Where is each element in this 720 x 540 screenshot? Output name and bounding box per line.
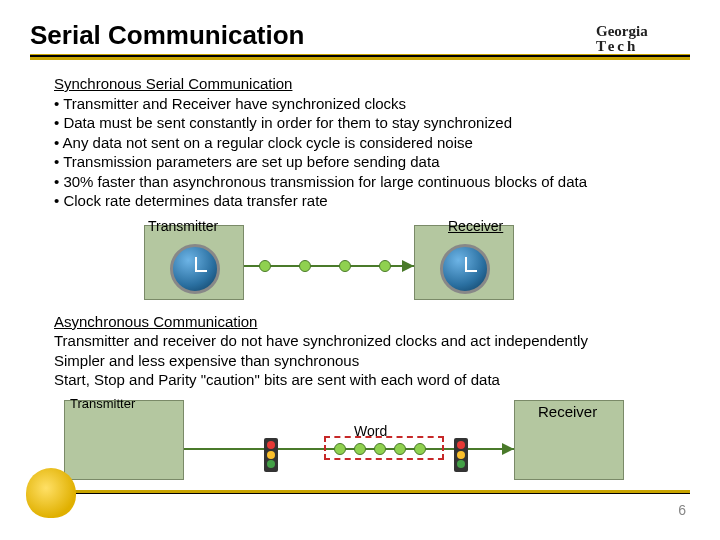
sync-heading: Synchronous Serial Communication <box>54 74 680 94</box>
data-dot-icon <box>394 443 406 455</box>
logo-line2: Tech <box>596 38 638 54</box>
data-dot-icon <box>299 260 311 272</box>
arrow-right-icon <box>502 443 514 455</box>
async-receiver-label: Receiver <box>538 402 597 422</box>
async-transmitter-label: Transmitter <box>70 396 135 413</box>
sync-bullet-list: Transmitter and Receiver have synchroniz… <box>54 94 680 211</box>
sync-bullet: Transmission parameters are set up befor… <box>54 152 680 172</box>
data-dot-icon <box>334 443 346 455</box>
data-dot-icon <box>379 260 391 272</box>
georgia-tech-logo: Georgia Tech <box>596 24 684 50</box>
footer-rule <box>30 490 690 494</box>
traffic-light-icon <box>264 438 278 472</box>
mascot-icon <box>26 468 76 518</box>
arrow-right-icon <box>402 260 414 272</box>
clock-icon <box>170 244 220 294</box>
async-line: Transmitter and receiver do not have syn… <box>54 331 680 351</box>
data-dot-icon <box>414 443 426 455</box>
async-line: Start, Stop and Parity "caution" bits ar… <box>54 370 680 390</box>
async-line: Simpler and less expensive than synchron… <box>54 351 680 371</box>
logo-line1: Georgia <box>596 23 648 39</box>
async-wire <box>184 448 514 450</box>
sync-transmitter-box <box>144 225 244 300</box>
sync-bullet: Transmitter and Receiver have synchroniz… <box>54 94 680 114</box>
async-heading: Asynchronous Communication <box>54 312 680 332</box>
page-number: 6 <box>678 502 686 518</box>
clock-icon <box>440 244 490 294</box>
data-dot-icon <box>339 260 351 272</box>
sync-diagram: Transmitter Receiver <box>104 217 680 302</box>
data-dot-icon <box>259 260 271 272</box>
sync-bullet: Any data not sent on a regular clock cyc… <box>54 133 680 153</box>
sync-bullet: 30% faster than asynchronous transmissio… <box>54 172 680 192</box>
async-text: Transmitter and receiver do not have syn… <box>54 331 680 390</box>
sync-bullet: Data must be sent constantly in order fo… <box>54 113 680 133</box>
sync-wire <box>244 265 414 267</box>
sync-bullet: Clock rate determines data transfer rate <box>54 191 680 211</box>
sync-receiver-label: Receiver <box>448 217 503 235</box>
data-dot-icon <box>374 443 386 455</box>
sync-receiver-box <box>414 225 514 300</box>
sync-transmitter-label: Transmitter <box>148 217 218 235</box>
data-dot-icon <box>354 443 366 455</box>
traffic-light-icon <box>454 438 468 472</box>
async-word-label: Word <box>354 422 387 440</box>
page-title: Serial Communication <box>30 20 305 51</box>
async-diagram: Transmitter Word Receiver <box>64 396 680 486</box>
